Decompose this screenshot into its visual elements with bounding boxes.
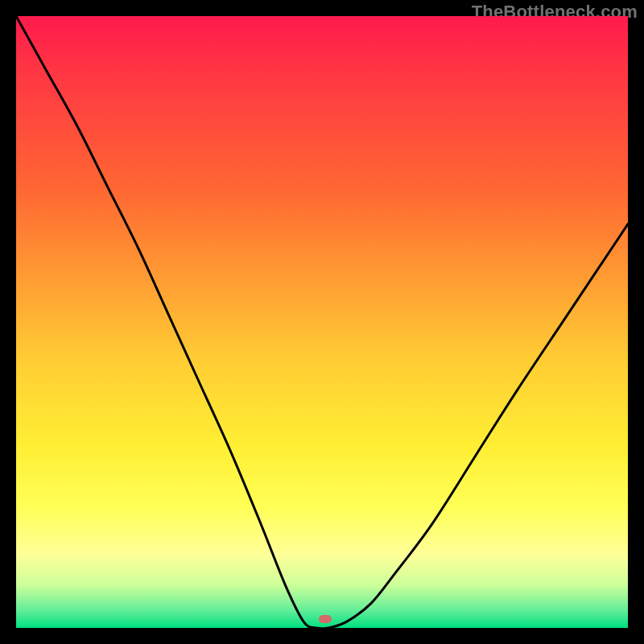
optimal-point-marker: [319, 615, 332, 623]
plot-area: [16, 16, 628, 628]
bottleneck-curve: [16, 16, 628, 628]
chart-frame: TheBottleneck.com: [0, 0, 644, 644]
